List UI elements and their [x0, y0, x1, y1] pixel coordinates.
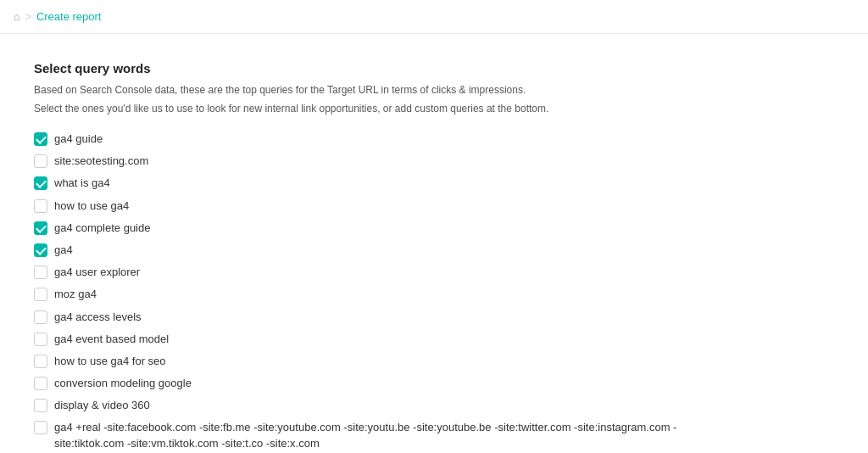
list-item: conversion modeling google	[34, 374, 729, 393]
query-label-q2[interactable]: site:seotesting.com	[54, 154, 148, 169]
query-checkbox-q11[interactable]	[34, 355, 47, 368]
query-label-q12[interactable]: conversion modeling google	[54, 376, 192, 391]
query-checkbox-q5[interactable]	[34, 221, 47, 235]
query-checkbox-q3[interactable]	[34, 176, 47, 190]
main-content: Select query words Based on Search Conso…	[0, 34, 763, 453]
query-checkbox-q8[interactable]	[34, 288, 47, 301]
query-checkbox-q13[interactable]	[34, 399, 47, 412]
section-title: Select query words	[34, 61, 729, 76]
query-label-q14[interactable]: ga4 +real -site:facebook.com -site:fb.me…	[54, 420, 729, 450]
query-label-q6[interactable]: ga4	[54, 243, 73, 258]
list-item: ga4 complete guide	[34, 219, 729, 238]
list-item: ga4 access levels	[34, 308, 729, 327]
breadcrumb-bar: ⌂ > Create report	[0, 0, 868, 34]
list-item: ga4 guide	[34, 130, 729, 148]
breadcrumb-current: Create report	[36, 10, 102, 23]
query-checkbox-q10[interactable]	[34, 333, 47, 346]
query-label-q5[interactable]: ga4 complete guide	[54, 221, 150, 236]
list-item: ga4 +real -site:facebook.com -site:fb.me…	[34, 418, 729, 452]
query-checkbox-q2[interactable]	[34, 154, 47, 168]
query-label-q11[interactable]: how to use ga4 for seo	[54, 354, 166, 369]
breadcrumb-home-icon[interactable]: ⌂	[14, 10, 20, 23]
list-item: ga4 event based model	[34, 330, 729, 349]
query-label-q9[interactable]: ga4 access levels	[54, 310, 142, 325]
query-label-q4[interactable]: how to use ga4	[54, 199, 129, 214]
list-item: ga4	[34, 241, 729, 260]
section-desc1: Based on Search Console data, these are …	[34, 82, 729, 98]
list-item: site:seotesting.com	[34, 152, 729, 171]
list-item: moz ga4	[34, 285, 729, 304]
breadcrumb-separator: >	[25, 11, 31, 23]
list-item: display & video 360	[34, 396, 729, 415]
queries-list: ga4 guidesite:seotesting.comwhat is ga4h…	[34, 130, 729, 453]
query-label-q13[interactable]: display & video 360	[54, 398, 150, 413]
query-checkbox-q14[interactable]	[34, 421, 47, 434]
list-item: ga4 user explorer	[34, 263, 729, 282]
list-item: how to use ga4	[34, 197, 729, 215]
query-checkbox-q1[interactable]	[34, 132, 47, 146]
query-checkbox-q6[interactable]	[34, 243, 47, 257]
list-item: how to use ga4 for seo	[34, 352, 729, 371]
query-checkbox-q9[interactable]	[34, 310, 47, 324]
list-item: what is ga4	[34, 174, 729, 193]
query-label-q1[interactable]: ga4 guide	[54, 131, 103, 147]
query-label-q8[interactable]: moz ga4	[54, 287, 97, 302]
query-checkbox-q7[interactable]	[34, 266, 47, 279]
query-checkbox-q12[interactable]	[34, 377, 47, 390]
query-label-q7[interactable]: ga4 user explorer	[54, 265, 140, 280]
query-label-q10[interactable]: ga4 event based model	[54, 332, 169, 347]
query-label-q3[interactable]: what is ga4	[54, 176, 110, 191]
query-checkbox-q4[interactable]	[34, 199, 47, 213]
section-desc2: Select the ones you'd like us to use to …	[34, 101, 729, 116]
